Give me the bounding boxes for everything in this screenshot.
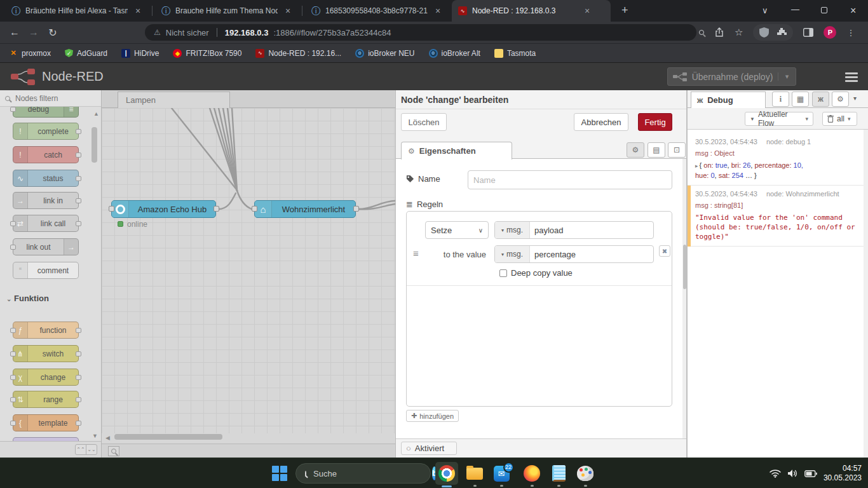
node-appearance-button[interactable]: ⊡ [668,142,686,158]
tab-close-icon[interactable]: × [433,6,443,16]
window-dropdown-icon[interactable]: ∨ [762,6,768,15]
rule-value-input[interactable]: ▾msg. percentage [494,245,654,263]
typed-input-type[interactable]: ▾msg. [495,246,530,262]
debug-tab-button[interactable]: ж [812,92,829,107]
input-port[interactable] [10,245,16,250]
debug-message[interactable]: 30.5.2023, 04:54:43node: debug 1 msg : O… [688,133,868,186]
palette-node-function[interactable]: ƒ function [13,322,79,339]
bookmark-hidrive[interactable]: |HiDrive [121,49,159,58]
input-port[interactable] [10,397,16,402]
tab-close-icon[interactable]: × [582,6,592,16]
node-input-port[interactable] [252,206,257,212]
input-port[interactable] [10,351,16,356]
input-port[interactable] [10,221,16,226]
window-maximize-icon[interactable] [821,7,827,13]
scroll-left-icon[interactable]: ◀ [105,435,110,441]
output-port[interactable] [76,198,81,203]
tab-close-icon[interactable]: × [283,6,293,16]
output-port[interactable] [76,421,81,426]
back-icon[interactable]: ← [5,27,24,38]
help-tab-button[interactable]: ▦ [792,92,809,107]
output-port[interactable] [76,351,81,356]
reload-icon[interactable]: ↻ [43,27,62,39]
adblock-shield-icon[interactable] [759,27,769,37]
palette-scrollbar[interactable] [92,109,97,437]
volume-icon[interactable] [787,469,798,478]
debug-clear-button[interactable]: all ▾ [822,112,857,126]
expand-all-icon[interactable]: ⌄⌄ [86,445,97,454]
deploy-button[interactable]: Übernahme (deploy) ▾ [667,67,796,86]
bookmark-iobroker-neu[interactable]: ⚙ioBroker NEU [355,49,414,58]
flow-canvas[interactable]: Lampen Amazon Echo Hub online ⌂ Wohnzimm… [102,90,395,458]
palette-node-range[interactable]: ⇅ range [13,391,79,408]
taskbar-chrome[interactable] [435,462,458,485]
debug-scrollbar[interactable] [864,130,868,458]
extensions-puzzle-icon[interactable] [776,27,787,37]
input-port[interactable] [10,375,16,380]
scroll-thumb[interactable] [114,434,222,440]
expand-icon[interactable]: ▸ [695,163,698,169]
address-bar[interactable]: ⚠ Nicht sicher 192.168.0.3:1886/#flow/27… [145,24,696,41]
palette-node-link-out[interactable]: link out → [13,238,79,255]
sidebar-menu-icon[interactable]: ▾ [853,95,857,102]
rule-property-input[interactable]: ▾msg. payload [494,221,654,239]
canvas-hscrollbar[interactable]: ◀ [105,434,391,440]
bookmark-tasmota[interactable]: Tasmota [494,49,536,58]
browser-tab-2[interactable]: ⓘ Brauche Hilfe zum Thema NodeR × [155,0,299,22]
palette-section-funktion[interactable]: ⌄ Funktion [6,294,49,303]
node-description-button[interactable]: ▤ [648,142,665,158]
output-port[interactable] [76,397,81,402]
zoom-icon[interactable] [699,30,704,35]
palette-scroll-down-icon[interactable]: ▼ [92,433,98,439]
palette-node-switch[interactable]: ⋔ switch [13,345,79,362]
wifi-icon[interactable] [770,469,781,478]
bookmark-iobroker-alt[interactable]: ⚙ioBroker Alt [429,49,480,58]
remove-rule-button[interactable]: ✖ [659,245,670,257]
workspace-tab-lampen[interactable]: Lampen [118,92,230,108]
taskbar-explorer[interactable] [463,462,486,485]
deep-copy-checkbox[interactable] [499,269,507,277]
window-close-icon[interactable]: × [850,5,856,17]
tab-eigenschaften[interactable]: ⚙ Eigenschaften [401,142,512,159]
typed-input-type[interactable]: ▾msg. [495,222,530,238]
name-input[interactable] [468,170,672,189]
node-settings-button[interactable]: ⚙ [627,142,644,158]
flow-node-wohnzimmerlicht[interactable]: ⌂ Wohnzimmerlicht [254,200,356,218]
forward-icon[interactable]: → [24,27,43,38]
browser-tab-active[interactable]: ∿ Node-RED : 192.168.0.3 × [452,0,611,22]
input-port[interactable] [10,328,16,333]
browser-menu-icon[interactable]: ⋮ [846,28,855,37]
taskbar-search-input[interactable] [312,468,426,479]
palette-search-input[interactable] [14,93,84,104]
canvas-zoom-button[interactable] [108,446,119,456]
add-rule-button[interactable]: ✚hinzufügen [406,410,459,422]
input-port[interactable] [10,421,16,426]
output-port[interactable] [76,375,81,380]
taskbar-mail[interactable]: ✉22 [490,462,513,485]
delete-button[interactable]: Löschen [401,113,447,131]
palette-node-template[interactable]: { template [13,414,79,431]
done-button[interactable]: Fertig [638,113,672,131]
palette-node-link-call[interactable]: ⇄ link call [13,215,79,232]
browser-tab-3[interactable]: ⓘ 1685309558408-3b8c9778-2136 × [305,0,449,22]
taskbar-search[interactable]: b [295,463,431,484]
output-port[interactable] [76,129,81,134]
bookmark-proxmox[interactable]: ✕proxmox [9,49,51,58]
palette-search[interactable] [0,90,102,107]
taskbar-clock[interactable]: 04:57 30.05.2023 [824,464,862,483]
cancel-button[interactable]: Abbrechen [574,113,628,131]
profile-avatar[interactable]: P [824,26,836,39]
debug-error-message[interactable]: 30.5.2023, 04:54:43node: Wohnzimmerlicht… [688,186,868,247]
msg-error-content[interactable]: "Invalid value for the 'on' command (sho… [695,213,862,241]
new-tab-button[interactable]: + [621,4,628,17]
output-port[interactable] [76,176,81,181]
start-button[interactable] [268,462,291,485]
palette-node-complete[interactable]: ! complete [13,123,79,140]
window-minimize-icon[interactable]: — [791,4,799,14]
palette-collapse-buttons[interactable]: ⌃⌃⌄⌄ [75,444,97,455]
share-icon[interactable] [714,27,724,37]
tab-close-icon[interactable]: × [133,6,143,16]
taskbar-notepad[interactable] [547,462,570,485]
deploy-options-icon[interactable]: ▾ [778,72,796,81]
palette-node-status[interactable]: ∿ status [13,170,79,187]
